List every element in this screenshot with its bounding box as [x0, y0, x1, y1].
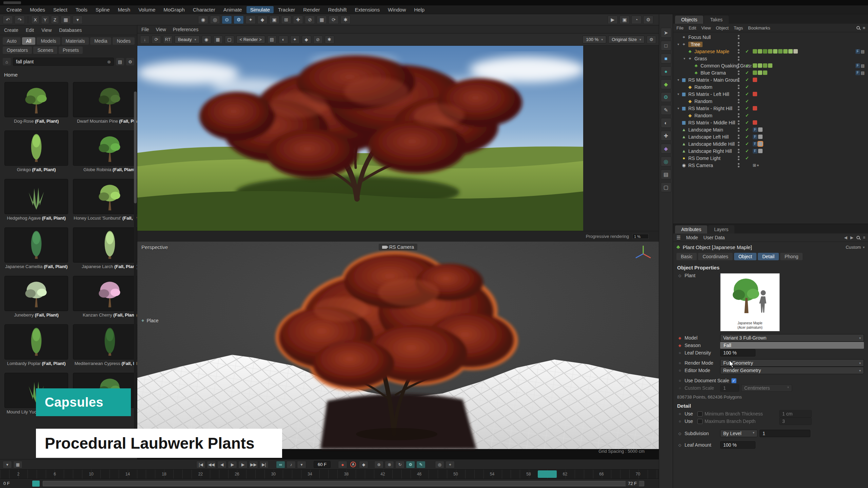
visibility-dots[interactable]: [738, 85, 739, 89]
material-chip[interactable]: [753, 120, 757, 125]
material-chip[interactable]: [773, 49, 777, 54]
render-menu-preferences[interactable]: Preferences: [173, 27, 198, 32]
object-label[interactable]: RS Matrix - Right Hill: [688, 106, 732, 111]
panel-menu-icon[interactable]: ≡: [863, 235, 865, 240]
attr-use-document-scale-checkbox[interactable]: ✓: [731, 378, 736, 383]
om-menu-tags[interactable]: Tags: [734, 25, 743, 30]
object-label[interactable]: Landscape Right Hill: [688, 148, 732, 154]
object-row-random[interactable]: Random✓: [673, 112, 868, 119]
sim-cloth-icon[interactable]: ◉: [198, 16, 208, 24]
menu-redshift[interactable]: Redshift: [324, 6, 351, 13]
sim-refresh-icon[interactable]: ⟳: [329, 16, 339, 24]
material-chip[interactable]: [753, 78, 757, 82]
visibility-dots[interactable]: [738, 163, 739, 167]
material-chip[interactable]: [753, 63, 757, 68]
material-chip[interactable]: [768, 63, 772, 68]
material-chip[interactable]: [758, 63, 762, 68]
keyframe-marker[interactable]: ○: [677, 361, 683, 365]
visibility-dots[interactable]: [738, 92, 739, 96]
range-handle[interactable]: [32, 481, 40, 487]
filter-tab-materials[interactable]: Materials: [62, 37, 89, 45]
visibility-dots[interactable]: [738, 56, 739, 61]
subdivision-mode-dropdown[interactable]: By Level▾: [720, 430, 757, 437]
material-chip[interactable]: [758, 135, 763, 139]
split-compare-icon[interactable]: ◐: [279, 36, 288, 44]
object-row-tree[interactable]: ▾Tree: [673, 41, 868, 48]
image-size-dropdown[interactable]: Original Size▾: [608, 36, 645, 43]
expander-icon[interactable]: ▾: [676, 92, 681, 96]
section-tab-detail[interactable]: Detail: [758, 253, 779, 260]
menu-mesh[interactable]: Mesh: [114, 6, 134, 13]
material-chip[interactable]: [763, 49, 767, 54]
timeline-magnify-icon[interactable]: ▦: [13, 461, 22, 468]
back-icon[interactable]: ◀: [844, 235, 847, 240]
asset-item-honey-locust-sunburst[interactable]: Honey Locust 'Sunburst' (Fall, Plant): [72, 178, 137, 222]
material-chip[interactable]: [783, 49, 788, 54]
enabled-check-icon[interactable]: ✓: [745, 148, 749, 154]
object-label[interactable]: Random: [694, 113, 712, 118]
visibility-dots[interactable]: [738, 135, 739, 139]
rs-camera-label[interactable]: RS Camera: [379, 244, 417, 250]
asset-menu-view[interactable]: View: [41, 27, 52, 33]
enabled-check-icon[interactable]: ✓: [745, 84, 749, 89]
tag-icon[interactable]: ▤: [861, 70, 865, 75]
goto-start-button[interactable]: |◀: [196, 461, 205, 468]
home-icon[interactable]: ⌂: [3, 58, 11, 65]
material-chip[interactable]: [753, 49, 757, 54]
tag-icon[interactable]: ⊞: [753, 163, 756, 168]
hamburger-icon[interactable]: ☰: [676, 235, 681, 240]
sim-deflector-icon[interactable]: ⊘: [305, 16, 315, 24]
object-row-focus-null[interactable]: Focus Null: [673, 34, 868, 41]
asset-item-juneberry[interactable]: Juneberry (Fall, Plant): [3, 275, 69, 319]
asset-item-globe-robinia[interactable]: Globe Robinia (Fall, Plant): [72, 129, 137, 173]
enabled-check-icon[interactable]: ✓: [745, 141, 749, 146]
menu-modes[interactable]: Modes: [26, 6, 49, 13]
undo-icon[interactable]: ↶: [3, 16, 13, 24]
object-label[interactable]: Tree: [688, 42, 703, 47]
sim-rigidbody-icon[interactable]: ◆: [257, 16, 268, 24]
object-row-random[interactable]: Random✓: [673, 98, 868, 105]
menu-spline[interactable]: Spline: [92, 6, 114, 13]
material-chip[interactable]: [763, 70, 767, 75]
snap-toggle[interactable]: ⌖: [446, 461, 455, 468]
visibility-dots[interactable]: [738, 70, 739, 75]
magnet-tool-icon[interactable]: ◐: [661, 118, 671, 128]
leaf-amount-field[interactable]: 100 %: [720, 441, 755, 449]
object-label[interactable]: Common Quaking Grass: [701, 63, 751, 68]
menu-character[interactable]: Character: [189, 6, 219, 13]
om-menu-bookmarks[interactable]: Bookmarks: [748, 25, 770, 30]
texture-tag-icon[interactable]: F: [855, 63, 860, 68]
menu-help[interactable]: Help: [410, 6, 428, 13]
keyframe-marker[interactable]: ○: [677, 368, 683, 372]
detail-minimum-branch-thickness-checkbox[interactable]: [697, 411, 703, 416]
object-label[interactable]: RS Matrix - Main Ground: [688, 77, 739, 83]
region-tool-icon[interactable]: □: [661, 41, 671, 50]
redo-icon[interactable]: ↷: [15, 16, 25, 24]
filter-icon[interactable]: ▤: [116, 58, 124, 65]
enabled-check-icon[interactable]: ✓: [745, 134, 749, 139]
object-row-landscape-main[interactable]: Landscape Main✓F: [673, 126, 868, 133]
tab-attributes[interactable]: Attributes: [675, 225, 707, 233]
attr-leaf-density-field[interactable]: 100 %: [720, 349, 755, 357]
range-end-field[interactable]: 72 F: [626, 481, 639, 486]
material-chip[interactable]: [788, 49, 793, 54]
category-tab-scenes[interactable]: Scenes: [33, 46, 57, 54]
dynamics-tool-icon[interactable]: ⚙: [661, 92, 671, 102]
object-row-rs-matrix-left-hill[interactable]: ▾RS Matrix - Left Hill✓: [673, 90, 868, 98]
rt-toggle[interactable]: RT: [163, 36, 173, 44]
menu-extensions[interactable]: Extensions: [351, 6, 383, 13]
object-label[interactable]: RS Camera: [688, 163, 713, 168]
enabled-check-icon[interactable]: ✓: [745, 99, 749, 104]
mograph-tool-icon[interactable]: ◆: [661, 79, 671, 89]
gear-icon[interactable]: ⚙: [126, 58, 134, 65]
timeline-playhead[interactable]: [538, 470, 557, 478]
object-label[interactable]: Landscape Main: [688, 127, 723, 133]
asset-item-dog-rose[interactable]: Dog-Rose (Fall, Plant): [3, 81, 69, 125]
expander-icon[interactable]: ▾: [676, 106, 681, 110]
visibility-dots[interactable]: [738, 106, 739, 110]
sound-toggle[interactable]: ♪: [287, 461, 296, 468]
expander-icon[interactable]: ▾: [676, 42, 681, 46]
tag-icon[interactable]: ▤: [861, 63, 865, 68]
om-menu-object[interactable]: Object: [716, 25, 729, 30]
forward-icon[interactable]: ▶: [850, 235, 853, 240]
